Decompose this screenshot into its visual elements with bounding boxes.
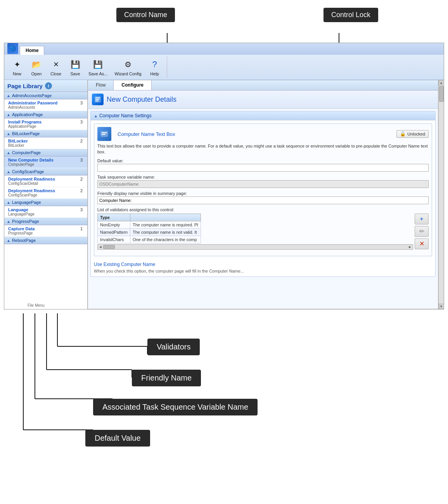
item-count: 2 — [79, 177, 84, 181]
task-seq-label: Task sequence variable name: — [97, 175, 429, 179]
delete-validator-button[interactable]: ✕ — [415, 238, 429, 249]
sidebar-section-progress[interactable]: ▲ ProgressPage — [4, 218, 87, 225]
scroll-left-arrow[interactable]: ◄ — [98, 245, 103, 249]
col-desc — [130, 214, 201, 221]
default-value-input[interactable] — [97, 164, 429, 172]
page-icon — [92, 94, 104, 105]
tab-flow[interactable]: Flow — [88, 80, 114, 90]
section-adminaccounts-label: AdminAccountsPage — [12, 93, 52, 98]
sidebar-section-bitlocker[interactable]: ▲ BitLockerPage — [4, 130, 87, 137]
item-count: 2 — [79, 188, 84, 193]
main-content: Page Library i ▲ AdminAccountsPage Admin… — [4, 80, 444, 309]
control-header: Computer Name Text Box 🔓 Unlocked — [97, 127, 429, 141]
chevron-down-icon: ▲ — [7, 238, 10, 243]
info-icon[interactable]: i — [45, 82, 52, 89]
sidebar-item-capturedata[interactable]: Capture Data ProgressPage 1 — [4, 225, 87, 237]
add-validator-button[interactable]: + — [415, 214, 429, 224]
sidebar-section-computer[interactable]: ▲ ComputerPage — [4, 149, 87, 156]
section-bitlocker-label: BitLockerPage — [12, 131, 40, 136]
friendly-name-group: Friendly display name visible in summary… — [97, 191, 429, 204]
scroll-right-arrow[interactable]: ► — [407, 245, 413, 249]
control-lock-button[interactable]: 🔓 Unlocked — [396, 130, 429, 138]
item-title: Capture Data — [8, 226, 79, 231]
control-description: This text box allows the user to provide… — [97, 143, 429, 155]
table-row[interactable]: NamedPattern The computer name is not va… — [98, 228, 201, 236]
section-body: Computer Name Text Box 🔓 Unlocked This t… — [91, 120, 435, 276]
annotation-line-cn — [167, 33, 168, 43]
app-menu-button[interactable]: 🔵 — [7, 43, 18, 54]
page-library-title: Page Library — [7, 83, 43, 89]
chevron-down-icon: ▲ — [7, 151, 10, 155]
tab-home[interactable]: Home — [20, 46, 44, 55]
item-subtitle: AdminAccounts — [8, 105, 79, 109]
section-reboot-label: RebootPage — [12, 238, 36, 243]
svg-rect-5 — [102, 132, 107, 133]
validators-table: Type NonEmpty The computer name is requ — [97, 214, 201, 243]
sidebar-section-configscan[interactable]: ▲ ConfigScanPage — [4, 168, 87, 176]
wizard-config-button[interactable]: ⚙ Wizard Config — [111, 56, 145, 78]
col-type: Type — [98, 214, 130, 221]
new-button[interactable]: ✦ New — [7, 56, 27, 78]
sidebar-item-language[interactable]: Language LanguagePage 3 — [4, 206, 87, 218]
item-title: BitLocker — [8, 139, 79, 143]
item-title: Deployment Readiness — [8, 188, 79, 193]
table-row[interactable]: NonEmpty The computer name is required. … — [98, 221, 201, 228]
open-icon: 📂 — [30, 58, 43, 71]
default-value-group: Default value: — [97, 158, 429, 172]
sidebar-item-bitlocker[interactable]: BitLocker BitLocker 2 — [4, 137, 87, 149]
file-menu-label: File Menu — [28, 303, 45, 308]
section-computer-label: ComputerPage — [12, 150, 41, 155]
sidebar-item-newcomputer[interactable]: New Computer Details ComputerPage 3 — [4, 156, 87, 168]
sidebar-item-deployment1[interactable]: Deployment Readiness ConfigScanDetail 2 — [4, 176, 87, 187]
lock-status-label: Unlocked — [407, 132, 425, 136]
validator-desc: The computer name is required. Pl — [130, 221, 201, 228]
unlock-icon: 🔓 — [400, 131, 406, 137]
scroll-up-arrow[interactable]: ▲ — [439, 80, 444, 85]
sidebar-item-installprograms[interactable]: Install Programs ApplicationPage 3 — [4, 118, 87, 130]
item-subtitle: ComputerPage — [8, 162, 79, 167]
svg-rect-3 — [95, 101, 99, 101]
ribbon-body: ✦ New 📂 Open ✕ Close 💾 Save 💾 Save — [4, 55, 444, 80]
scroll-down-arrow[interactable]: ▼ — [439, 304, 444, 309]
chevron-down-icon: ▲ — [7, 113, 10, 117]
svg-rect-6 — [102, 134, 106, 135]
annotation-task-seq-var: Associated Task Sequence Variable Name — [93, 399, 258, 415]
friendly-name-label: Friendly display name visible in summary… — [97, 191, 429, 196]
chevron-down-icon: ▲ — [7, 132, 10, 136]
sidebar-section-adminaccounts[interactable]: ▲ AdminAccountsPage — [4, 92, 87, 99]
table-scrollbar[interactable]: ◄ ► — [97, 244, 413, 250]
tab-configure[interactable]: Configure — [114, 80, 152, 90]
help-button[interactable]: ? Help — [145, 56, 164, 78]
annotation-control-name: Control Name — [116, 8, 175, 22]
sidebar-item-deployment2[interactable]: Deployment Readiness ConfigScanPage 2 — [4, 187, 87, 199]
edit-validator-button[interactable]: ✏ — [415, 226, 429, 237]
sidebar-section-reboot[interactable]: ▲ RebootPage — [4, 237, 87, 244]
chevron-down-icon: ▲ — [7, 170, 10, 174]
sidebar-section-language[interactable]: ▲ LanguagePage — [4, 199, 87, 206]
close-button[interactable]: ✕ Close — [46, 56, 66, 78]
table-row[interactable]: InvalidChars One of the characters in th… — [98, 236, 201, 243]
item-count: 3 — [79, 158, 84, 162]
item-title: Administrator Password — [8, 101, 79, 105]
save-button[interactable]: 💾 Save — [66, 56, 85, 78]
validator-type: InvalidChars — [98, 236, 130, 243]
sidebar-section-application[interactable]: ▲ ApplicationPage — [4, 111, 87, 118]
save-as-button[interactable]: 💾 Save As... — [85, 56, 111, 78]
scroll-thumb[interactable] — [439, 86, 444, 102]
open-button[interactable]: 📂 Open — [27, 56, 46, 78]
annotation-default-value: Default Value — [85, 430, 150, 447]
annotation-friendly-name: Friendly Name — [132, 370, 201, 386]
new-icon: ✦ — [11, 58, 23, 71]
scroll-thumb[interactable] — [103, 245, 115, 249]
item-count: 3 — [79, 101, 84, 105]
validator-desc: One of the characters in the comp — [130, 236, 201, 243]
section-header[interactable]: ▲ Computer Name Settings — [91, 111, 435, 120]
item-title: Install Programs — [8, 120, 79, 124]
ribbon-file-group: ✦ New 📂 Open ✕ Close 💾 Save 💾 Save — [7, 56, 167, 78]
ribbon: 🔵 Home ✦ New 📂 Open ✕ Close — [4, 43, 444, 80]
friendly-name-input[interactable] — [97, 196, 429, 204]
sidebar-header: Page Library i — [4, 80, 87, 92]
sidebar-item-adminpassword[interactable]: Administrator Password AdminAccounts 3 — [4, 99, 87, 111]
detail-scrollbar[interactable]: ▲ ▼ — [438, 80, 444, 309]
use-existing-header[interactable]: Use Existing Computer Name — [94, 260, 432, 269]
